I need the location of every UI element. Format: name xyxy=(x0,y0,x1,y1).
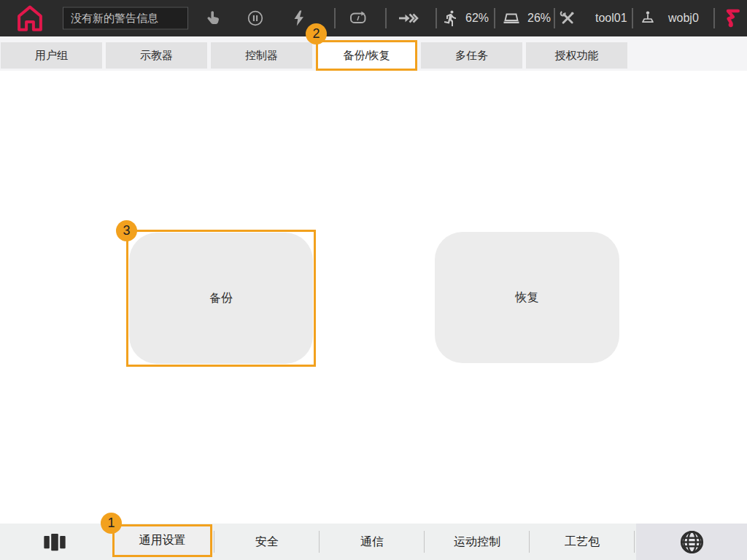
joystick-icon xyxy=(639,9,657,27)
power-button[interactable] xyxy=(290,9,308,27)
brand-logo-button[interactable] xyxy=(721,7,743,30)
bottom-item-label: 运动控制 xyxy=(454,534,500,550)
alarm-message-box[interactable]: 没有新的警告信息 xyxy=(63,7,188,30)
globe-icon xyxy=(678,529,705,556)
tool-name: tool01 xyxy=(595,12,627,25)
running-person-icon xyxy=(442,9,460,27)
home-icon xyxy=(14,3,46,34)
tab-label: 控制器 xyxy=(245,49,278,63)
teach-pendant-screen: 没有新的警告信息 xyxy=(0,0,747,560)
bottom-item-motion-control[interactable]: 运动控制 xyxy=(425,524,530,560)
step-badge-1: 1 xyxy=(101,513,122,534)
language-button[interactable] xyxy=(678,529,705,556)
lightning-icon xyxy=(290,9,308,27)
home-button[interactable] xyxy=(10,1,50,35)
topbar-divider xyxy=(554,8,555,28)
step-badge-number: 2 xyxy=(312,26,320,42)
tab-user-group[interactable]: 用户组 xyxy=(1,42,102,69)
backup-button-label: 备份 xyxy=(209,291,233,306)
pause-icon xyxy=(247,9,264,27)
tab-multitask[interactable]: 多任务 xyxy=(421,42,522,69)
cycle-mode-icon xyxy=(347,9,369,27)
controller-load-value: 26% xyxy=(527,12,551,25)
backup-button[interactable]: 备份 xyxy=(129,233,313,364)
bottom-item-label: 安全 xyxy=(255,534,279,550)
language-section xyxy=(636,524,747,560)
bottom-item-safety[interactable]: 安全 xyxy=(214,524,320,560)
robot-arm-logo-icon xyxy=(721,7,743,30)
tab-label: 示教器 xyxy=(140,49,173,63)
topbar-divider xyxy=(713,8,715,28)
step-badge-2: 2 xyxy=(306,23,327,44)
tab-licensed-功能[interactable]: 授权功能 xyxy=(526,42,627,69)
tab-label: 用户组 xyxy=(35,49,68,63)
backup-button-highlight: 备份 xyxy=(126,230,316,367)
wobj-selector-button[interactable]: wobj0 xyxy=(639,9,699,27)
step-badge-number: 3 xyxy=(123,223,130,238)
apps-menu-button[interactable] xyxy=(40,530,69,556)
topbar-divider xyxy=(632,8,633,28)
speed-override-value: 62% xyxy=(465,12,489,25)
bottombar-divider xyxy=(634,531,635,553)
tab-teach-pendant[interactable]: 示教器 xyxy=(106,42,207,69)
top-status-bar: 没有新的警告信息 xyxy=(0,0,747,36)
bottom-item-process-package[interactable]: 工艺包 xyxy=(530,524,635,560)
topbar-divider xyxy=(494,8,495,28)
hand-icon xyxy=(205,9,222,27)
step-badge-number: 1 xyxy=(107,516,115,531)
bottom-item-label: 通信 xyxy=(360,534,384,550)
tool-selector-button[interactable]: tool01 xyxy=(559,9,627,27)
settings-tab-bar: 用户组 示教器 控制器 备份/恢复 多任务 授权功能 xyxy=(0,36,747,71)
step-mode-icon xyxy=(397,9,420,27)
controller-load-indicator[interactable]: 26% xyxy=(501,9,551,27)
touch-mode-button[interactable] xyxy=(205,9,222,27)
wobj-name: wobj0 xyxy=(668,12,699,25)
restore-button-label: 恢复 xyxy=(516,290,539,306)
carousel-icon xyxy=(40,530,69,553)
tab-label: 授权功能 xyxy=(555,49,599,63)
bottom-item-label: 工艺包 xyxy=(565,534,600,550)
topbar-divider xyxy=(334,8,336,28)
step-badge-3: 3 xyxy=(116,220,137,241)
speed-override-button[interactable]: 62% xyxy=(442,9,489,27)
pause-button[interactable] xyxy=(247,9,264,27)
tab-backup-restore[interactable]: 备份/恢复 xyxy=(316,40,417,71)
bottom-item-communication[interactable]: 通信 xyxy=(320,524,425,560)
step-mode-button[interactable] xyxy=(397,9,420,27)
cycle-mode-button[interactable] xyxy=(347,9,369,27)
bottom-item-label: 通用设置 xyxy=(139,533,186,548)
bottom-item-general-settings[interactable]: 通用设置 xyxy=(112,524,212,557)
tab-label: 多任务 xyxy=(455,49,488,63)
tools-icon xyxy=(559,9,576,27)
tab-controller[interactable]: 控制器 xyxy=(211,42,312,69)
restore-button[interactable]: 恢复 xyxy=(435,232,619,363)
alarm-message-text: 没有新的警告信息 xyxy=(71,12,158,26)
backup-restore-panel: 备份 恢复 xyxy=(0,71,747,524)
topbar-divider xyxy=(436,8,437,28)
tab-label: 备份/恢复 xyxy=(343,49,390,63)
laptop-icon xyxy=(501,9,522,27)
topbar-divider xyxy=(385,8,387,28)
